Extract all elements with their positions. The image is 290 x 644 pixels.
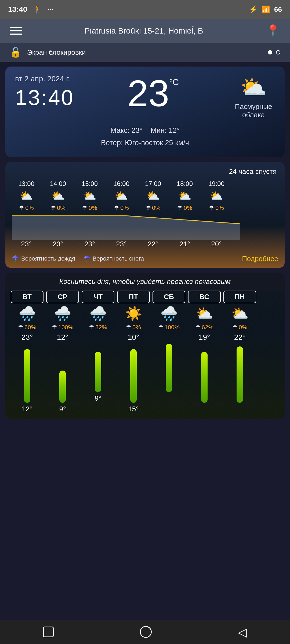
nav-square-button[interactable] xyxy=(43,627,54,637)
snow-legend-text: Вероятность снега xyxy=(93,255,144,262)
day-rain: ☂ 100% xyxy=(52,324,73,331)
day-name-button[interactable]: ЧТ xyxy=(82,291,114,303)
status-time: 13:40 xyxy=(8,5,27,14)
day-rain-pct: 0% xyxy=(239,324,247,331)
day-name-button[interactable]: ПТ xyxy=(117,291,150,303)
day-temp-bar-container xyxy=(59,344,66,403)
day-name-button[interactable]: ВС xyxy=(188,291,221,303)
day-temp-bar xyxy=(166,344,172,392)
temp-unit: °С xyxy=(169,77,179,87)
day-rain-icon: ☂ xyxy=(195,324,201,331)
dot-active xyxy=(268,50,272,54)
weather-condition-icon: ⛅ xyxy=(240,75,267,100)
hour-time: 14:00 xyxy=(50,180,66,188)
hour-item: 18:00 ⛅ ☂ 0% xyxy=(170,180,199,211)
hourly-label: 24 часа спустя xyxy=(5,167,285,180)
more-details-link[interactable]: Подробнее xyxy=(242,255,278,263)
hour-time: 18:00 xyxy=(177,180,193,188)
hourly-scroll[interactable]: 13:00 ⛅ ☂ 0% 14:00 ⛅ ☂ 0% 15:00 ⛅ ☂ 0% 1… xyxy=(5,180,285,211)
min-temp: 12° xyxy=(169,126,180,134)
day-item[interactable]: ЧТ 🌧️ ☂ 32% 9° xyxy=(82,291,114,413)
nav-back-button[interactable]: ◁ xyxy=(238,625,247,639)
hour-rain: ☂ 0% xyxy=(177,204,192,211)
day-rain-pct: 62% xyxy=(202,324,213,331)
day-high-temp: 10° xyxy=(128,333,139,342)
hour-time: 13:00 xyxy=(18,180,34,188)
hour-weather-icon: ⛅ xyxy=(115,190,128,202)
day-item[interactable]: СБ 🌧️ ☂ 100% xyxy=(153,291,185,413)
max-min-temp: Макс: 23° Мин: 12° xyxy=(15,125,275,137)
day-name-button[interactable]: СР xyxy=(46,291,79,303)
nav-home-button[interactable] xyxy=(140,626,152,638)
svg-marker-0 xyxy=(12,216,240,240)
hour-rain: ☂ 0% xyxy=(146,204,161,211)
hour-time: 16:00 xyxy=(113,180,129,188)
hourly-temp-row: 23°23°23°23°22°21°20° xyxy=(5,240,285,248)
day-temp-bar-container xyxy=(130,344,137,403)
day-temp-bar-container xyxy=(201,344,208,403)
menu-button[interactable] xyxy=(10,27,22,35)
hourly-forecast-card: 24 часа спустя 13:00 ⛅ ☂ 0% 14:00 ⛅ ☂ 0%… xyxy=(5,162,285,268)
day-rain-icon: ☂ xyxy=(232,324,238,331)
daily-days-scroll[interactable]: ВТ 🌧️ ☂ 60% 23° 12° СР 🌧️ ☂ 100% 12° 9° xyxy=(5,291,285,419)
day-temp-bar xyxy=(130,349,137,403)
lock-icon: 🔓 xyxy=(10,47,22,58)
rain-legend: ☂️ Вероятность дождя xyxy=(12,255,75,262)
day-item[interactable]: СР 🌧️ ☂ 100% 12° 9° xyxy=(46,291,79,413)
hour-temp-val: 21° xyxy=(170,240,199,248)
day-item[interactable]: ВС ⛅ ☂ 62% 19° xyxy=(188,291,221,413)
day-temp-bar-container xyxy=(95,333,101,392)
rain-pct: 0% xyxy=(120,204,129,211)
hour-item: 15:00 ⛅ ☂ 0% xyxy=(75,180,104,211)
day-item[interactable]: ПТ ☀️ ☂ 0% 10° 15° xyxy=(117,291,150,413)
day-temp-bar-container xyxy=(166,333,172,392)
day-name-button[interactable]: ВТ xyxy=(11,291,44,303)
signal-icon: 📶 xyxy=(262,5,270,14)
rain-pct: 0% xyxy=(184,204,192,211)
rain-icon: ☂ xyxy=(146,204,151,211)
weather-details: Макс: 23° Мин: 12° Ветер: Юго-восток 25 … xyxy=(15,125,275,149)
snow-umbrella-icon: ☂️ xyxy=(83,255,90,262)
hour-weather-icon: ⛅ xyxy=(51,190,65,202)
dot-inactive xyxy=(276,50,280,54)
day-weather-icon: ☀️ xyxy=(125,305,142,322)
day-high-temp: 12° xyxy=(57,333,68,342)
day-rain-icon: ☂ xyxy=(126,324,131,331)
day-name-button[interactable]: СБ xyxy=(153,291,185,303)
day-rain-pct: 0% xyxy=(132,324,141,331)
hour-temp-val: 20° xyxy=(202,240,231,248)
app-header: Piatrusia Broŭki 15-21, Homieĺ, B 📍 xyxy=(0,19,290,43)
weather-date: вт 2 апр. 2024 г. xyxy=(15,75,74,83)
day-item[interactable]: ПН ⛅ ☂ 0% 22° xyxy=(223,291,256,413)
hour-item: 17:00 ⛅ ☂ 0% xyxy=(139,180,168,211)
temperature-graph xyxy=(12,213,278,240)
day-rain: ☂ 60% xyxy=(18,324,36,331)
hour-temp-val: 22° xyxy=(139,240,168,248)
hour-rain: ☂ 0% xyxy=(82,204,97,211)
day-rain: ☂ 0% xyxy=(126,324,141,331)
day-temp-bar xyxy=(59,371,66,403)
hour-weather-icon: ⛅ xyxy=(20,190,33,202)
battery-level: 66 xyxy=(274,5,282,14)
legend: ☂️ Вероятность дождя ☂️ Вероятность снег… xyxy=(12,255,144,262)
rain-icon: ☂ xyxy=(82,204,88,211)
rain-icon: ☂ xyxy=(50,204,56,211)
hour-weather-icon: ⛅ xyxy=(210,190,223,202)
hourly-footer: ☂️ Вероятность дождя ☂️ Вероятность снег… xyxy=(5,251,285,268)
hour-time: 17:00 xyxy=(145,180,161,188)
day-weather-icon: 🌧️ xyxy=(54,305,71,322)
day-rain-pct: 60% xyxy=(24,324,36,331)
day-rain-pct: 100% xyxy=(165,324,180,331)
lock-banner: 🔓 Экран блокировки xyxy=(0,43,290,62)
hour-time: 15:00 xyxy=(82,180,98,188)
day-temp-bar xyxy=(201,352,208,403)
day-name-button[interactable]: ПН xyxy=(223,291,256,303)
max-temp: 23° xyxy=(132,126,143,134)
rain-icon: ☂ xyxy=(177,204,183,211)
bluetooth-icon: ⚡ xyxy=(249,5,258,14)
location-pin-icon[interactable]: 📍 xyxy=(266,24,280,38)
main-weather-card: вт 2 апр. 2024 г. 13:40 23 °С ⛅ Пасмурны… xyxy=(5,67,285,157)
hour-weather-icon: ⛅ xyxy=(178,190,191,202)
day-item[interactable]: ВТ 🌧️ ☂ 60% 23° 12° xyxy=(11,291,44,413)
hour-temp-val: 23° xyxy=(44,240,73,248)
